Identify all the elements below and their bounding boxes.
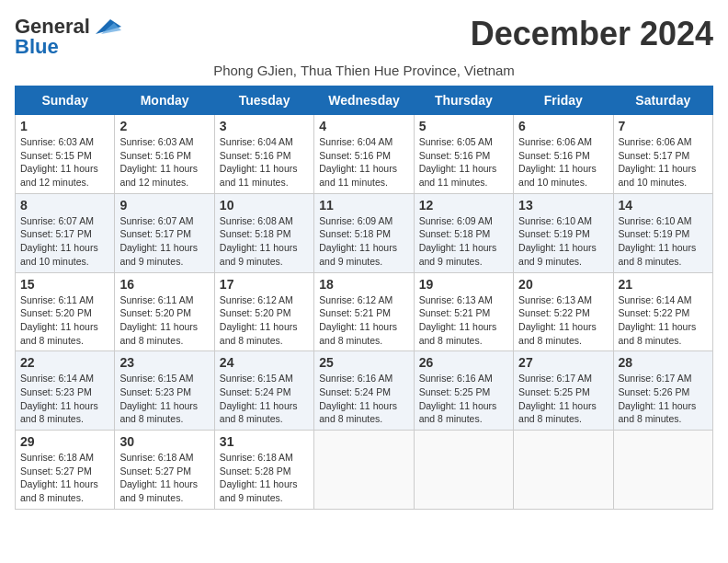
day-info: Sunrise: 6:12 AM Sunset: 5:21 PM Dayligh… (319, 293, 408, 348)
calendar-cell: 15 Sunrise: 6:11 AM Sunset: 5:20 PM Dayl… (16, 272, 115, 351)
day-info: Sunrise: 6:16 AM Sunset: 5:24 PM Dayligh… (319, 372, 408, 426)
logo-icon (92, 16, 121, 36)
calendar-week-row: 1 Sunrise: 6:03 AM Sunset: 5:15 PM Dayli… (16, 115, 713, 194)
calendar-cell (514, 431, 613, 510)
day-info: Sunrise: 6:13 AM Sunset: 5:21 PM Dayligh… (419, 293, 508, 348)
calendar-cell: 14 Sunrise: 6:10 AM Sunset: 5:19 PM Dayl… (613, 193, 712, 272)
calendar-cell: 26 Sunrise: 6:16 AM Sunset: 5:25 PM Dayl… (414, 351, 513, 431)
calendar-cell: 20 Sunrise: 6:13 AM Sunset: 5:22 PM Dayl… (514, 272, 613, 351)
calendar-header-row: SundayMondayTuesdayWednesdayThursdayFrid… (16, 86, 713, 115)
day-number: 28 (619, 355, 708, 370)
day-of-week-header: Friday (514, 86, 613, 115)
calendar-cell (414, 431, 513, 510)
day-of-week-header: Saturday (613, 86, 712, 115)
calendar-cell: 23 Sunrise: 6:15 AM Sunset: 5:23 PM Dayl… (115, 351, 214, 431)
day-info: Sunrise: 6:03 AM Sunset: 5:15 PM Dayligh… (20, 135, 109, 190)
calendar-cell: 7 Sunrise: 6:06 AM Sunset: 5:17 PM Dayli… (613, 115, 712, 194)
day-info: Sunrise: 6:08 AM Sunset: 5:18 PM Dayligh… (220, 214, 309, 269)
subtitle: Phong GJien, Thua Thien Hue Province, Vi… (15, 63, 713, 78)
calendar-cell: 17 Sunrise: 6:12 AM Sunset: 5:20 PM Dayl… (214, 272, 313, 351)
day-of-week-header: Thursday (414, 86, 513, 115)
calendar-cell: 3 Sunrise: 6:04 AM Sunset: 5:16 PM Dayli… (214, 115, 313, 194)
logo-blue-text: Blue (15, 35, 59, 59)
calendar-table: SundayMondayTuesdayWednesdayThursdayFrid… (15, 86, 713, 510)
day-info: Sunrise: 6:15 AM Sunset: 5:23 PM Dayligh… (119, 372, 209, 426)
calendar-cell: 27 Sunrise: 6:17 AM Sunset: 5:25 PM Dayl… (514, 351, 613, 431)
day-of-week-header: Sunday (16, 86, 115, 115)
calendar-week-row: 15 Sunrise: 6:11 AM Sunset: 5:20 PM Dayl… (16, 272, 713, 351)
day-info: Sunrise: 6:10 AM Sunset: 5:19 PM Dayligh… (619, 214, 708, 269)
day-number: 29 (20, 434, 109, 449)
day-number: 16 (119, 277, 209, 292)
day-number: 25 (319, 355, 408, 370)
day-number: 14 (619, 198, 708, 213)
day-number: 20 (518, 277, 608, 292)
day-number: 8 (20, 198, 109, 213)
day-info: Sunrise: 6:04 AM Sunset: 5:16 PM Dayligh… (220, 135, 309, 190)
day-number: 22 (20, 355, 109, 370)
calendar-week-row: 29 Sunrise: 6:18 AM Sunset: 5:27 PM Dayl… (16, 431, 713, 510)
day-number: 11 (319, 198, 408, 213)
day-info: Sunrise: 6:06 AM Sunset: 5:17 PM Dayligh… (619, 135, 708, 190)
day-info: Sunrise: 6:14 AM Sunset: 5:22 PM Dayligh… (619, 293, 708, 348)
day-number: 27 (518, 355, 608, 370)
calendar-cell: 12 Sunrise: 6:09 AM Sunset: 5:18 PM Dayl… (414, 193, 513, 272)
day-number: 12 (419, 198, 508, 213)
day-number: 5 (419, 119, 508, 133)
calendar-cell: 5 Sunrise: 6:05 AM Sunset: 5:16 PM Dayli… (414, 115, 513, 194)
day-number: 17 (220, 277, 309, 292)
calendar-cell: 2 Sunrise: 6:03 AM Sunset: 5:16 PM Dayli… (115, 115, 214, 194)
day-number: 23 (119, 355, 209, 370)
calendar-cell: 25 Sunrise: 6:16 AM Sunset: 5:24 PM Dayl… (314, 351, 414, 431)
day-of-week-header: Monday (115, 86, 214, 115)
day-info: Sunrise: 6:07 AM Sunset: 5:17 PM Dayligh… (119, 214, 209, 269)
day-info: Sunrise: 6:15 AM Sunset: 5:24 PM Dayligh… (220, 372, 309, 426)
month-title: December 2024 (471, 15, 713, 53)
day-number: 4 (319, 119, 408, 133)
day-info: Sunrise: 6:13 AM Sunset: 5:22 PM Dayligh… (518, 293, 608, 348)
day-info: Sunrise: 6:03 AM Sunset: 5:16 PM Dayligh… (119, 135, 209, 190)
day-number: 6 (518, 119, 608, 133)
calendar-cell: 21 Sunrise: 6:14 AM Sunset: 5:22 PM Dayl… (613, 272, 712, 351)
day-info: Sunrise: 6:04 AM Sunset: 5:16 PM Dayligh… (319, 135, 408, 190)
calendar-cell: 31 Sunrise: 6:18 AM Sunset: 5:28 PM Dayl… (214, 431, 313, 510)
day-info: Sunrise: 6:10 AM Sunset: 5:19 PM Dayligh… (518, 214, 608, 269)
calendar-week-row: 8 Sunrise: 6:07 AM Sunset: 5:17 PM Dayli… (16, 193, 713, 272)
day-number: 10 (220, 198, 309, 213)
day-info: Sunrise: 6:11 AM Sunset: 5:20 PM Dayligh… (20, 293, 109, 348)
day-info: Sunrise: 6:17 AM Sunset: 5:25 PM Dayligh… (518, 372, 608, 426)
calendar-cell: 11 Sunrise: 6:09 AM Sunset: 5:18 PM Dayl… (314, 193, 414, 272)
day-info: Sunrise: 6:17 AM Sunset: 5:26 PM Dayligh… (619, 372, 708, 426)
calendar-week-row: 22 Sunrise: 6:14 AM Sunset: 5:23 PM Dayl… (16, 351, 713, 431)
day-info: Sunrise: 6:05 AM Sunset: 5:16 PM Dayligh… (419, 135, 508, 190)
calendar-cell: 13 Sunrise: 6:10 AM Sunset: 5:19 PM Dayl… (514, 193, 613, 272)
calendar-cell: 9 Sunrise: 6:07 AM Sunset: 5:17 PM Dayli… (115, 193, 214, 272)
calendar-cell: 1 Sunrise: 6:03 AM Sunset: 5:15 PM Dayli… (16, 115, 115, 194)
day-info: Sunrise: 6:18 AM Sunset: 5:28 PM Dayligh… (220, 451, 309, 505)
calendar-cell: 18 Sunrise: 6:12 AM Sunset: 5:21 PM Dayl… (314, 272, 414, 351)
day-number: 1 (20, 119, 109, 133)
day-info: Sunrise: 6:18 AM Sunset: 5:27 PM Dayligh… (119, 451, 209, 505)
calendar-cell: 8 Sunrise: 6:07 AM Sunset: 5:17 PM Dayli… (16, 193, 115, 272)
calendar-cell: 24 Sunrise: 6:15 AM Sunset: 5:24 PM Dayl… (214, 351, 313, 431)
day-number: 15 (20, 277, 109, 292)
day-number: 9 (119, 198, 209, 213)
day-number: 7 (619, 119, 708, 133)
day-info: Sunrise: 6:07 AM Sunset: 5:17 PM Dayligh… (20, 214, 109, 269)
day-number: 31 (220, 434, 309, 449)
calendar-cell: 19 Sunrise: 6:13 AM Sunset: 5:21 PM Dayl… (414, 272, 513, 351)
day-info: Sunrise: 6:16 AM Sunset: 5:25 PM Dayligh… (419, 372, 508, 426)
day-number: 13 (518, 198, 608, 213)
day-number: 18 (319, 277, 408, 292)
day-info: Sunrise: 6:09 AM Sunset: 5:18 PM Dayligh… (419, 214, 508, 269)
day-number: 19 (419, 277, 508, 292)
calendar-cell (613, 431, 712, 510)
calendar-cell: 30 Sunrise: 6:18 AM Sunset: 5:27 PM Dayl… (115, 431, 214, 510)
day-number: 24 (220, 355, 309, 370)
day-number: 26 (419, 355, 508, 370)
day-info: Sunrise: 6:18 AM Sunset: 5:27 PM Dayligh… (20, 451, 109, 505)
day-info: Sunrise: 6:06 AM Sunset: 5:16 PM Dayligh… (518, 135, 608, 190)
page-header: General Blue December 2024 (15, 15, 713, 59)
calendar-cell: 22 Sunrise: 6:14 AM Sunset: 5:23 PM Dayl… (16, 351, 115, 431)
calendar-cell: 28 Sunrise: 6:17 AM Sunset: 5:26 PM Dayl… (613, 351, 712, 431)
